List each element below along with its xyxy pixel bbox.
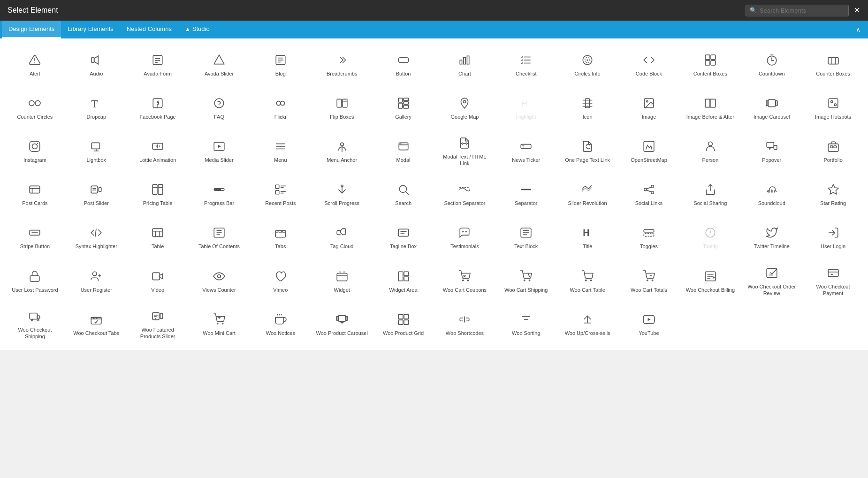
element-item-google-map[interactable]: Google Map — [434, 86, 495, 129]
element-item-woo-shortcodes[interactable]: Woo Shortcodes — [434, 303, 495, 345]
element-item-counter-boxes[interactable]: Counter Boxes — [803, 43, 863, 85]
element-item-checklist[interactable]: Checklist — [496, 43, 556, 85]
element-item-syntax-highlighter[interactable]: Syntax Highlighter — [66, 216, 127, 258]
element-item-star-rating[interactable]: Star Rating — [803, 173, 863, 215]
element-item-twitter-timeline[interactable]: Twitter Timeline — [741, 216, 802, 258]
element-item-pricing-table[interactable]: Pricing Table — [128, 173, 188, 215]
element-item-table-of-contents[interactable]: Table Of Contents — [189, 216, 250, 258]
element-item-youtube[interactable]: YouTube — [619, 303, 679, 345]
element-item-toggles[interactable]: Toggles — [619, 216, 679, 258]
element-item-text-block[interactable]: Text Block — [496, 216, 556, 258]
element-item-icon[interactable]: Icon — [557, 86, 618, 129]
element-item-recent-posts[interactable]: Recent Posts — [250, 173, 311, 215]
element-item-image[interactable]: Image — [619, 86, 679, 129]
element-item-woo-mini-cart[interactable]: Woo Mini Cart — [189, 303, 250, 345]
element-item-user-register[interactable]: User Register — [66, 259, 127, 302]
element-item-portfolio[interactable]: Portfolio — [803, 129, 863, 172]
element-item-one-page-text-link[interactable]: One Page Text Link — [557, 129, 618, 172]
element-item-person[interactable]: Person — [680, 129, 740, 172]
element-item-menu[interactable]: Menu — [250, 129, 311, 172]
element-item-social-sharing[interactable]: Social Sharing — [680, 173, 740, 215]
element-item-woo-checkout-payment[interactable]: Woo Checkout Payment — [803, 259, 863, 302]
element-item-image-hotspots[interactable]: Image Hotspots — [803, 86, 863, 129]
element-item-flip-boxes[interactable]: Flip Boxes — [312, 86, 372, 129]
element-item-content-boxes[interactable]: Content Boxes — [680, 43, 740, 85]
element-item-media-slider[interactable]: Media Slider — [189, 129, 250, 172]
element-item-instagram[interactable]: Instagram — [5, 129, 65, 172]
element-item-search[interactable]: Search — [373, 173, 434, 215]
element-item-section-separator[interactable]: Section Separator — [434, 173, 495, 215]
element-item-slider-revolution[interactable]: Slider Revolution — [557, 173, 618, 215]
element-item-woo-featured-products-slider[interactable]: Woo Featured Products Slider — [128, 303, 188, 345]
element-item-stripe-button[interactable]: Stripe Button — [5, 216, 65, 258]
element-item-user-lost-password[interactable]: User Lost Password — [5, 259, 65, 302]
element-item-counter-circles[interactable]: Counter Circles — [5, 86, 65, 129]
element-item-image-carousel[interactable]: Image Carousel — [741, 86, 802, 129]
element-item-woo-cart-shipping[interactable]: Woo Cart Shipping — [496, 259, 556, 302]
element-item-facebook-page[interactable]: Facebook Page — [128, 86, 188, 129]
collapse-icon[interactable]: ∧ — [856, 26, 866, 33]
element-item-widget-area[interactable]: Widget Area — [373, 259, 434, 302]
element-item-table[interactable]: Table — [128, 216, 188, 258]
element-item-progress-bar[interactable]: Progress Bar — [189, 173, 250, 215]
element-item-woo-checkout-order-review[interactable]: Woo Checkout Order Review — [741, 259, 802, 302]
element-item-woo-checkout-billing[interactable]: Woo Checkout Billing — [680, 259, 740, 302]
element-item-vimeo[interactable]: Vimeo — [250, 259, 311, 302]
element-item-woo-up-cross-sells[interactable]: Woo Up/Cross-sells — [557, 303, 618, 345]
search-box[interactable]: 🔍 — [746, 5, 849, 16]
element-item-avada-slider[interactable]: Avada Slider — [189, 43, 250, 85]
element-item-openstreetmap[interactable]: OpenStreetMap — [619, 129, 679, 172]
element-item-modal-text-html[interactable]: Modal Text / HTML Link — [434, 129, 495, 172]
element-item-woo-notices[interactable]: Woo Notices — [250, 303, 311, 345]
element-item-avada-form[interactable]: Avada Form — [128, 43, 188, 85]
element-item-widget[interactable]: Widget — [312, 259, 372, 302]
element-item-menu-anchor[interactable]: Menu Anchor — [312, 129, 372, 172]
element-item-news-ticker[interactable]: T...News Ticker — [496, 129, 556, 172]
element-item-lottie-animation[interactable]: Lottie Animation — [128, 129, 188, 172]
element-item-circles-info[interactable]: Circles Info — [557, 43, 618, 85]
element-item-views-counter[interactable]: Views Counter — [189, 259, 250, 302]
element-item-tabs[interactable]: Tabs — [250, 216, 311, 258]
element-item-post-slider[interactable]: Post Slider — [66, 173, 127, 215]
element-item-image-before-after[interactable]: Image Before & After — [680, 86, 740, 129]
element-item-scroll-progress[interactable]: Scroll Progress — [312, 173, 372, 215]
element-item-tagline-box[interactable]: Tagline Box — [373, 216, 434, 258]
element-item-code-block[interactable]: Code Block — [619, 43, 679, 85]
element-item-chart[interactable]: Chart — [434, 43, 495, 85]
element-item-woo-product-grid[interactable]: Woo Product Grid — [373, 303, 434, 345]
element-item-woo-cart-coupons[interactable]: Woo Cart Coupons — [434, 259, 495, 302]
element-item-modal[interactable]: Modal — [373, 129, 434, 172]
tab-nested-columns[interactable]: Nested Columns — [120, 21, 178, 38]
element-item-title[interactable]: HTitle — [557, 216, 618, 258]
element-item-lightbox[interactable]: Lightbox — [66, 129, 127, 172]
element-item-woo-product-carousel[interactable]: Woo Product Carousel — [312, 303, 372, 345]
element-item-woo-cart-table[interactable]: Woo Cart Table — [557, 259, 618, 302]
element-item-testimonials[interactable]: Testimonials — [434, 216, 495, 258]
element-item-woo-checkout-shipping[interactable]: Woo Checkout Shipping — [5, 303, 65, 345]
element-item-popover[interactable]: Popover — [741, 129, 802, 172]
element-item-alert[interactable]: Alert — [5, 43, 65, 85]
element-item-separator[interactable]: Separator — [496, 173, 556, 215]
element-item-dropcap[interactable]: TDropcap — [66, 86, 127, 129]
element-item-video[interactable]: Video — [128, 259, 188, 302]
element-item-blog[interactable]: Blog — [250, 43, 311, 85]
element-item-social-links[interactable]: Social Links — [619, 173, 679, 215]
close-button[interactable]: ✕ — [853, 5, 860, 15]
element-item-woo-cart-totals[interactable]: Woo Cart Totals — [619, 259, 679, 302]
search-input[interactable] — [760, 7, 845, 14]
element-item-gallery[interactable]: Gallery — [373, 86, 434, 129]
element-item-countdown[interactable]: Countdown — [741, 43, 802, 85]
element-item-tag-cloud[interactable]: Tag Cloud — [312, 216, 372, 258]
element-item-post-cards[interactable]: Post Cards — [5, 173, 65, 215]
element-item-woo-checkout-tabs[interactable]: Woo Checkout Tabs — [66, 303, 127, 345]
tab-studio[interactable]: ▲ Studio — [178, 21, 216, 38]
tab-library-elements[interactable]: Library Elements — [61, 21, 120, 38]
element-item-audio[interactable]: Audio — [66, 43, 127, 85]
element-item-button[interactable]: Button — [373, 43, 434, 85]
element-item-faq[interactable]: FAQ — [189, 86, 250, 129]
element-item-woo-sorting[interactable]: Woo Sorting — [496, 303, 556, 345]
element-item-flickr[interactable]: Flickr — [250, 86, 311, 129]
element-item-user-login[interactable]: User Login — [803, 216, 863, 258]
tab-design-elements[interactable]: Design Elements — [2, 21, 61, 38]
element-item-breadcrumbs[interactable]: Breadcrumbs — [312, 43, 372, 85]
